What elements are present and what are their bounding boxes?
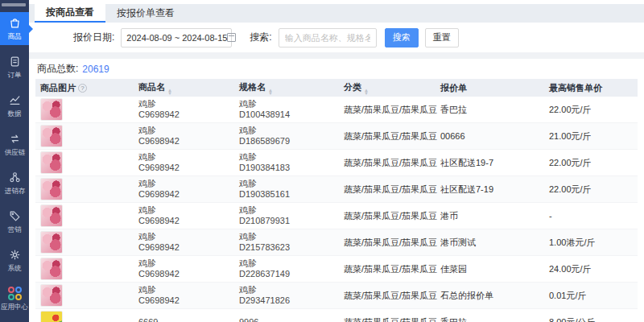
product-name: 鸡胗: [138, 258, 237, 269]
spec-name: 鸡胗: [239, 205, 342, 216]
product-id: C9698942: [138, 295, 237, 306]
sidebar-item-label: 供应链: [4, 147, 25, 157]
table-row: 鸡胗C9698942鸡胗D190384183蔬菜/茄果瓜豆/茄果瓜豆社区配送19…: [35, 150, 638, 176]
sidebar-item-system[interactable]: 系统: [0, 244, 29, 277]
product-name: 鸡胗: [138, 232, 237, 242]
summary-row: 商品总数: 20619: [35, 59, 638, 79]
table-row: 鸡胗C9698942鸡胗D190385161蔬菜/茄果瓜豆/茄果瓜豆社区配送7-…: [35, 176, 638, 203]
max-price-cell: -: [547, 211, 638, 221]
max-price-cell: 22.00元/斤: [547, 157, 638, 169]
sort-icon[interactable]: ▲▼: [167, 89, 172, 95]
gear-icon: [8, 248, 22, 262]
sort-icon[interactable]: ▲▼: [364, 89, 369, 95]
table-row: 鸡胗C9698942鸡胗D215783623蔬菜/茄果瓜豆/茄果瓜豆港币测试1.…: [35, 229, 638, 256]
search-label: 搜索:: [250, 31, 271, 44]
quote-sheet-cell: 香巴拉: [439, 104, 547, 116]
category-cell: 蔬菜/茄果瓜豆/茄果瓜豆: [342, 210, 439, 222]
product-name-cell: 鸡胗C9698942: [137, 258, 237, 279]
tab-bar: 按商品查看按报价单查看: [29, 4, 644, 23]
filter-bar: 报价日期: 2024-08-09 ~ 2024-08-15 搜索: 搜索 重置: [29, 23, 644, 52]
column-header-label: 商品图片: [40, 83, 76, 93]
sidebar-item-label: 订单: [7, 70, 21, 80]
search-button[interactable]: 搜索: [385, 28, 419, 47]
table-body: 鸡胗C9698942鸡胗D100438914蔬菜/茄果瓜豆/茄果瓜豆香巴拉22.…: [35, 97, 638, 322]
product-thumbnail[interactable]: [40, 311, 63, 322]
column-header[interactable]: 分类▲▼: [342, 81, 439, 95]
category-cell: 蔬菜/茄果瓜豆/茄果瓜豆: [342, 263, 439, 275]
product-id: C9698942: [138, 242, 237, 253]
spec-id: D190385161: [239, 189, 342, 200]
spec-id: D190384183: [239, 163, 342, 173]
sidebar-item-app-center[interactable]: 应用中心: [0, 283, 29, 316]
spec-name: 鸡胗: [239, 232, 342, 242]
spec-name: 鸡胗: [239, 285, 342, 295]
logo: [2, 2, 27, 7]
app-center-icon: [8, 287, 22, 300]
spec-name: 鸡胗: [239, 152, 342, 163]
column-header-label: 规格名: [239, 82, 266, 92]
spec-name-cell: 鸡胗D210879931: [237, 205, 342, 226]
product-thumbnail[interactable]: [40, 98, 63, 121]
column-header: 最高销售单价: [547, 82, 638, 94]
column-header[interactable]: 商品名▲▼: [137, 81, 237, 95]
spec-name-cell: 鸡胗D293471826: [237, 285, 342, 306]
quote-sheet-cell: 00666: [439, 131, 547, 141]
product-id: C9698942: [138, 189, 237, 200]
max-price-cell: 22.00元/斤: [547, 104, 638, 116]
sidebar-item-products[interactable]: 商品: [0, 12, 29, 45]
product-thumbnail[interactable]: [40, 231, 63, 254]
spec-id: D100438914: [239, 109, 342, 120]
spec-id: D210879931: [239, 216, 342, 226]
product-thumbnail[interactable]: [40, 284, 63, 307]
spec-id: D228637149: [239, 269, 342, 279]
quote-sheet-cell: 佳菜园: [439, 263, 547, 275]
quote-sheet-cell: 港币测试: [439, 237, 547, 249]
spec-name-cell: 鸡胗D228637149: [237, 258, 342, 279]
sidebar-item-data[interactable]: 数据: [0, 89, 29, 122]
product-image-cell: [35, 125, 137, 147]
category-cell: 蔬菜/茄果瓜豆/茄果瓜豆: [342, 290, 439, 302]
sidebar-item-supply-chain[interactable]: 供应链: [0, 128, 29, 161]
sidebar-item-inventory[interactable]: 进销存: [0, 167, 29, 200]
table-card: 商品总数: 20619 商品图片?商品名▲▼规格名▲▼分类▲▼报价单最高销售单价…: [29, 59, 644, 322]
spec-name: 鸡胗: [239, 99, 342, 109]
tab-by-quote[interactable]: 按报价单查看: [105, 4, 186, 23]
help-icon[interactable]: ?: [78, 84, 87, 93]
sidebar-item-orders[interactable]: 订单: [0, 51, 29, 84]
product-id: C9698942: [138, 109, 237, 120]
column-header-label: 分类: [344, 82, 361, 92]
category-cell: 蔬菜/茄果瓜豆/茄果瓜豆: [342, 316, 439, 322]
reset-button[interactable]: 重置: [425, 28, 459, 47]
product-name-cell: 鸡胗C9698942: [137, 152, 237, 173]
product-thumbnail[interactable]: [40, 178, 63, 200]
product-name-cell: 鸡胗C9698942: [137, 205, 237, 226]
product-thumbnail[interactable]: [40, 151, 63, 174]
quote-sheet-cell: 社区配送19-7: [439, 157, 547, 169]
product-id: C9698942: [138, 216, 237, 226]
product-image-cell: [35, 204, 137, 227]
column-header[interactable]: 规格名▲▼: [237, 81, 342, 95]
date-range-picker[interactable]: 2024-08-09 ~ 2024-08-15: [121, 28, 232, 47]
product-thumbnail[interactable]: [40, 204, 63, 227]
product-thumbnail[interactable]: [40, 125, 63, 147]
product-name: 鸡胗: [138, 205, 237, 216]
product-name-cell: 6669: [137, 317, 237, 322]
product-image-cell: [35, 258, 137, 280]
sort-icon[interactable]: ▲▼: [268, 89, 273, 95]
column-header: 报价单: [439, 82, 547, 94]
sidebar-item-label: 进销存: [4, 186, 25, 196]
search-input[interactable]: [279, 28, 377, 47]
product-thumbnail[interactable]: [40, 258, 63, 280]
spec-name-cell: 鸡胗D190384183: [237, 152, 342, 173]
quote-sheet-cell: 港币: [439, 210, 547, 222]
total-label: 商品总数:: [37, 62, 78, 76]
sidebar-item-label: 系统: [7, 263, 21, 273]
category-cell: 蔬菜/茄果瓜豆/茄果瓜豆: [342, 104, 439, 116]
sidebar-item-marketing[interactable]: 营销: [0, 205, 29, 238]
max-price-cell: 24.00元/斤: [547, 263, 638, 275]
tab-by-product[interactable]: 按商品查看: [35, 4, 105, 23]
spec-name-cell: 9996: [237, 317, 342, 322]
category-cell: 蔬菜/茄果瓜豆/茄果瓜豆: [342, 157, 439, 169]
spec-name-cell: 鸡胗D100438914: [237, 99, 342, 120]
calendar-icon: [227, 33, 236, 42]
